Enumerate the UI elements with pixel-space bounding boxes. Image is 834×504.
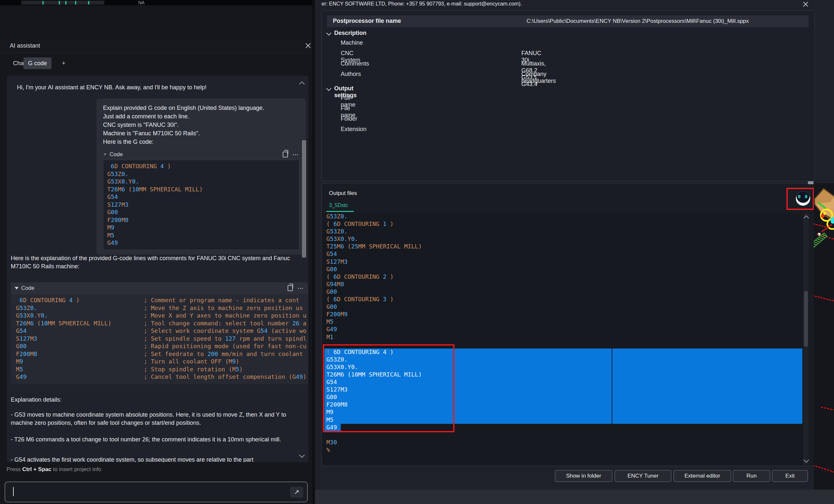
chat-scrollbar-thumb[interactable]	[302, 140, 306, 258]
panel-title: AI assistant	[10, 42, 40, 49]
toolbar-text-fragment: NA	[138, 0, 145, 4]
output-file-tab[interactable]: 3_5Dstc	[329, 202, 348, 208]
assistant-code-block: Code 6D CONTOURING 4 ); Comment or progr…	[11, 282, 308, 385]
gcode-line: G94M8	[326, 281, 803, 288]
postprocessor-properties-card: Postprocessor file name C:\Users\Public\…	[322, 10, 815, 181]
message-line: Machine is "Fanuc M710IC 50 Rails".	[103, 129, 299, 137]
gcode-line: G49	[107, 239, 295, 247]
output-scrollbar[interactable]	[803, 213, 809, 464]
more-options-icon[interactable]	[298, 288, 303, 289]
gcode-line: ( 6D CONTOURING 3 )	[326, 296, 803, 303]
gcode-comment-row: S127M3; Set spindle speed to 127 rpm and…	[16, 335, 308, 343]
gcode-line: G53Z0.	[326, 228, 803, 235]
gcode-line: 6D CONTOURING 4 )	[107, 163, 295, 171]
shortcut-keys: Ctrl + Spac	[22, 466, 51, 473]
postprocessor-file-row[interactable]: Postprocessor file name C:\Users\Public\…	[327, 15, 809, 27]
gcode-line: M5	[326, 318, 803, 326]
gcode-line: G53Z0.	[107, 171, 295, 178]
copy-icon[interactable]	[283, 152, 288, 157]
gcode-line: ( 6D CONTOURING 2 )	[326, 273, 803, 281]
show-in-folder-button[interactable]: Show in folder	[555, 470, 612, 482]
user-gcode-block[interactable]: 6D CONTOURING 4 )G53Z0.G53X0.Y0.T26M6 (1…	[103, 160, 299, 250]
chat-conversation-area[interactable]: Hi, I'm your AI assistant at ENCY NB. As…	[7, 75, 308, 462]
code-block-title: Code	[110, 151, 283, 158]
rapid-move-dashed-line	[814, 295, 834, 302]
bottom-strip	[315, 490, 834, 504]
output-files-card: Output files 3_5Dstc G53Z0.( 6D CONTOURI…	[322, 183, 814, 466]
output-scrollbar-thumb[interactable]	[804, 291, 808, 347]
robot-eyes: 0 0	[796, 194, 810, 199]
close-icon[interactable]	[803, 1, 809, 7]
gcode-line: T25M6 (25MM SPHERICAL MILL)	[326, 243, 803, 250]
user-message-bubble: Explain provided G code on English (Unit…	[96, 98, 306, 255]
toolbar-fragment-bar	[21, 1, 104, 4]
send-arrow-icon: ↗	[294, 488, 300, 496]
run-button[interactable]: Run	[733, 470, 770, 482]
text-cursor	[13, 487, 14, 496]
external-editor-button[interactable]: External editor	[674, 470, 731, 482]
app-window: NA AI assistant ChatG code+ Hi, I'm your…	[0, 0, 834, 504]
collapse-triangle-icon[interactable]	[103, 154, 107, 155]
toolbar-tick-icon	[42, 1, 44, 4]
gcode-line: M30	[326, 439, 803, 446]
toolbar-tick-icon	[88, 1, 89, 4]
gcode-listing[interactable]: G53Z0.( 6D CONTOURING 1 )G53Z0.G53X0.Y0.…	[322, 213, 803, 464]
property-label: Authors	[341, 71, 361, 78]
output-files-title: Output files	[329, 190, 357, 197]
gcode-comment-row: G53Z0.; Move the Z axis to machine zero …	[16, 305, 308, 312]
gcode-line-selected: G53X0.Y0.	[326, 364, 803, 371]
gcode-line: G00	[326, 303, 803, 311]
gcode-line	[326, 341, 803, 349]
chevron-down-icon[interactable]	[326, 31, 332, 36]
message-line: Just add a comment to each line.	[103, 112, 299, 120]
send-button[interactable]: ↗	[290, 487, 303, 498]
code-block-header: Code	[11, 282, 308, 294]
ai-robot-icon[interactable]: 0 0	[796, 191, 810, 206]
gcode-line-selected: G54	[326, 378, 803, 386]
gcode-comment-row: M5; Stop spindle rotation (M5)	[16, 366, 308, 374]
message-line: Explain provided G code on English (Unit…	[103, 104, 299, 112]
tab-new[interactable]: +	[58, 58, 70, 69]
assistant-tabs: ChatG code+	[0, 53, 312, 74]
tool-tip-marker	[831, 217, 834, 224]
gcode-line: F200M8	[107, 217, 295, 224]
postprocessor-dialog: er: ENCY SOFTWARE LTD, Phone: +357 95 90…	[315, 0, 834, 504]
scroll-up-icon[interactable]	[804, 216, 809, 221]
close-icon[interactable]	[305, 43, 311, 49]
more-options-icon[interactable]	[293, 154, 298, 155]
code-block-title: Code	[21, 285, 288, 291]
gcode-comment-row: 6D CONTOURING 4 ); Comment or program na…	[16, 297, 308, 305]
assistant-greeting: Hi, I'm your AI assistant at ENCY NB. As…	[17, 84, 206, 91]
toolbar-tick-icon	[75, 1, 76, 4]
active-tab-underline	[326, 211, 354, 212]
marker-wedge	[821, 214, 825, 218]
ai-assistant-launcher-redbox: 0 0	[786, 188, 814, 210]
gcode-line: G49	[326, 326, 803, 333]
tab-g-code[interactable]: G code	[23, 58, 51, 69]
chat-input[interactable]: ↗	[4, 482, 308, 502]
gcode-line: G53X0.Y0.	[326, 235, 803, 243]
file-row-value: C:\Users\Public\Documents\ENCY NB\Versio…	[527, 18, 749, 24]
assistant-intro-text: Here is the explanation of the provided …	[11, 254, 307, 270]
scroll-up-icon[interactable]	[299, 82, 305, 87]
gcode-line-selected: M5	[326, 416, 803, 424]
gcode-line: M1	[326, 333, 803, 341]
ency-tuner-button[interactable]: ENCY Tuner	[615, 470, 671, 482]
gcode-line: %	[326, 446, 803, 454]
gcode-line-selected: T26M6 (10MM SPHERICAL MILL)	[326, 371, 803, 378]
gcode-line-selected: ( 6D CONTOURING 4 )	[326, 349, 803, 356]
gcode-comment-row: G53X0.Y0.; Move X and Y axes to machine …	[16, 312, 308, 320]
gcode-comment-row: T26M6 (10MM SPHERICAL MILL); Tool change…	[16, 320, 308, 328]
rapid-move-dashed-line	[821, 407, 834, 411]
gcode-line: G54	[107, 193, 295, 201]
copy-icon[interactable]	[288, 285, 293, 291]
scroll-down-icon[interactable]	[804, 457, 809, 463]
explanation-paragraph: - G53 moves to machine coordinate system…	[11, 411, 307, 427]
chevron-down-icon[interactable]	[326, 86, 332, 91]
gcode-line: G54	[326, 250, 803, 258]
commented-gcode-block[interactable]: 6D CONTOURING 4 ); Comment or program na…	[11, 294, 308, 385]
gcode-line: M9	[107, 224, 295, 232]
exit-button[interactable]: Exit	[772, 470, 808, 482]
dialog-header-text: er: ENCY SOFTWARE LTD, Phone: +357 95 90…	[322, 1, 522, 7]
collapse-triangle-icon[interactable]	[15, 287, 19, 289]
